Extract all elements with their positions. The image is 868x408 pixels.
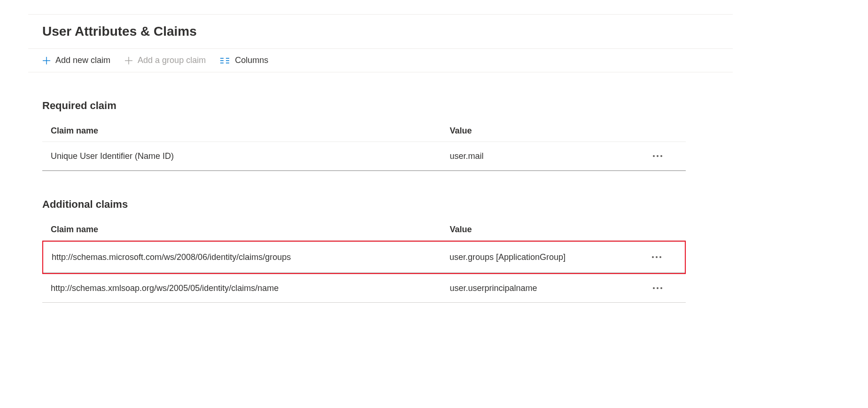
claim-value-cell: user.userprincipalname (441, 274, 634, 303)
table-row[interactable]: Unique User Identifier (Name ID) user.ma… (42, 142, 686, 171)
svg-point-18 (660, 287, 662, 289)
column-header-actions (634, 120, 686, 142)
svg-point-10 (653, 155, 655, 157)
more-actions-button[interactable] (648, 282, 667, 295)
table-row[interactable]: http://schemas.microsoft.com/ws/2008/06/… (43, 242, 685, 273)
column-header-value: Value (441, 219, 634, 241)
table-header-row: Claim name Value (42, 120, 686, 142)
page-root: User Attributes & Claims Add new claim A… (0, 14, 868, 303)
required-claim-heading: Required claim (42, 100, 686, 112)
claim-value-cell: user.groups [ApplicationGroup] (441, 242, 634, 273)
table-row[interactable]: http://schemas.xmlsoap.org/ws/2005/05/id… (42, 274, 686, 303)
columns-button[interactable]: Columns (220, 55, 268, 65)
plus-icon (124, 56, 133, 65)
svg-point-13 (652, 256, 654, 258)
table-header-row: Claim name Value (42, 219, 686, 241)
additional-claims-row-highlighted: http://schemas.microsoft.com/ws/2008/06/… (43, 242, 685, 273)
more-actions-button[interactable] (648, 149, 667, 163)
more-icon (651, 256, 662, 259)
title-block: User Attributes & Claims (0, 15, 868, 48)
svg-point-11 (657, 155, 659, 157)
column-header-name: Claim name (42, 219, 441, 241)
required-claim-table: Claim name Value Unique User Identifier … (42, 120, 686, 171)
additional-claims-table-header: Claim name Value (42, 219, 686, 241)
claim-name-cell: http://schemas.microsoft.com/ws/2008/06/… (43, 242, 441, 273)
required-claim-section: Required claim Claim name Value Unique U… (42, 100, 686, 171)
svg-point-15 (659, 256, 661, 258)
page-title: User Attributes & Claims (42, 24, 868, 39)
more-icon (652, 155, 663, 157)
plus-icon (42, 56, 51, 65)
additional-claims-heading: Additional claims (42, 198, 686, 211)
claim-name-cell: Unique User Identifier (Name ID) (42, 142, 441, 171)
svg-point-17 (657, 287, 659, 289)
columns-icon (220, 57, 230, 64)
svg-point-14 (656, 256, 658, 258)
toolbar: Add new claim Add a group claim (28, 49, 733, 72)
column-header-name: Claim name (42, 120, 441, 142)
additional-claims-table-rest: http://schemas.xmlsoap.org/ws/2005/05/id… (42, 274, 686, 303)
columns-label: Columns (235, 55, 268, 65)
column-header-actions (634, 219, 686, 241)
add-group-claim-label: Add a group claim (138, 55, 206, 65)
more-actions-button[interactable] (647, 251, 666, 264)
claim-name-cell: http://schemas.xmlsoap.org/ws/2005/05/id… (42, 274, 441, 303)
highlighted-row-box: http://schemas.microsoft.com/ws/2008/06/… (42, 241, 686, 274)
toolbar-wrap: Add new claim Add a group claim (28, 48, 733, 72)
svg-point-16 (653, 287, 655, 289)
add-new-claim-label: Add new claim (55, 55, 110, 65)
more-icon (652, 287, 663, 290)
column-header-value: Value (441, 120, 634, 142)
additional-claims-section: Additional claims Claim name Value http:… (42, 198, 686, 303)
svg-point-12 (660, 155, 662, 157)
add-new-claim-button[interactable]: Add new claim (42, 55, 110, 65)
add-group-claim-button: Add a group claim (124, 55, 206, 65)
claim-value-cell: user.mail (441, 142, 634, 171)
